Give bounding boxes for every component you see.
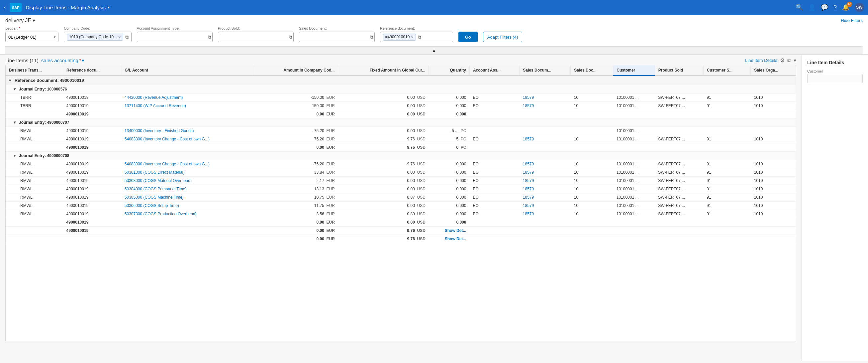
ledger-select[interactable]: 0L (Ledger 0L) bbox=[5, 32, 59, 42]
company-code-filter: Company Code: 1010 (Company Code 10... ×… bbox=[64, 26, 131, 42]
journal-expand-icon-3[interactable]: ▾ bbox=[13, 153, 16, 158]
gl-link[interactable]: 13711400 (WIP Accrued Revenue) bbox=[125, 104, 186, 108]
group-expand-icon[interactable]: ▾ bbox=[9, 78, 11, 83]
line-item-details-button[interactable]: Line Item Details bbox=[745, 58, 777, 63]
table-row: TBRR 4900010019 13711400 (WIP Accrued Re… bbox=[6, 102, 796, 110]
table-row: RMWL 4900010019 54083000 (Inventory Chan… bbox=[6, 135, 796, 143]
col-business-trans[interactable]: Business Trans... bbox=[6, 65, 63, 76]
back-button[interactable]: ‹ bbox=[4, 4, 6, 10]
line-items-title: Line Items (11) sales accounting* ▾ bbox=[5, 58, 84, 63]
filters-row: Ledger: * 0L (Ledger 0L) ▾ Company Code:… bbox=[5, 26, 863, 46]
col-amount[interactable]: Amount in Company Cod... bbox=[254, 65, 338, 76]
help-icon[interactable]: ? bbox=[833, 4, 837, 11]
sales-doc-link[interactable]: 18579 bbox=[523, 137, 534, 141]
table-settings-button[interactable]: ⚙ bbox=[780, 57, 785, 63]
gl-link[interactable]: 44420000 (Revenue Adjustment) bbox=[125, 95, 183, 100]
gl-link[interactable]: 50307000 (COGS Production Overhead) bbox=[125, 212, 197, 216]
account-assignment-input[interactable] bbox=[137, 32, 213, 42]
sales-doc-link[interactable]: 18579 bbox=[523, 212, 534, 216]
notifications-icon[interactable]: 🔔 10 bbox=[842, 4, 849, 11]
col-sales-docum[interactable]: Sales Docum... bbox=[520, 65, 571, 76]
main-layout: Line Items (11) sales accounting* ▾ Line… bbox=[0, 55, 868, 361]
reference-document-input[interactable]: =4900010019 × ⧉ bbox=[380, 32, 453, 42]
col-fixed-amount[interactable]: Fixed Amount in Global Cur... bbox=[338, 65, 429, 76]
user-icon[interactable]: 👤 bbox=[808, 4, 815, 11]
col-customer[interactable]: Customer bbox=[613, 65, 655, 76]
product-sold-wrapper: ⧉ bbox=[218, 32, 293, 42]
line-items-actions: Line Item Details ⚙ ⧉ ▾ bbox=[745, 57, 796, 63]
gl-link[interactable]: 54083000 (Inventory Change - Cost of own… bbox=[125, 137, 210, 141]
sales-doc-link[interactable]: 18579 bbox=[523, 187, 534, 191]
col-quantity[interactable]: Quantity bbox=[429, 65, 470, 76]
sales-doc-link[interactable]: 18579 bbox=[523, 95, 534, 100]
gl-link[interactable]: 50303000 (COGS Material Overhead) bbox=[125, 178, 192, 183]
sales-doc-link[interactable]: 18579 bbox=[523, 162, 534, 166]
product-sold-input[interactable] bbox=[218, 32, 293, 42]
reference-document-remove[interactable]: × bbox=[411, 35, 413, 39]
hide-filters-button[interactable]: Hide Filters bbox=[841, 18, 863, 23]
col-account-ass[interactable]: Account Ass... bbox=[469, 65, 519, 76]
table-expand-button[interactable]: ▾ bbox=[794, 57, 796, 63]
account-assignment-filter: Account Assignment Type: ⧉ bbox=[137, 26, 213, 42]
col-reference-doc[interactable]: Reference docu... bbox=[63, 65, 121, 76]
sales-doc-link[interactable]: 18579 bbox=[523, 195, 534, 200]
sales-doc-link[interactable]: 18579 bbox=[523, 203, 534, 208]
side-panel-customer-value bbox=[807, 74, 863, 83]
subtotal-row-3a: 4900010019 0.00 EUR 0.00 USD 0.000 bbox=[6, 218, 796, 227]
company-code-expand-btn[interactable]: ⧉ bbox=[125, 34, 129, 40]
table-row: RMWL 4900010019 50307000 (COGS Productio… bbox=[6, 210, 796, 218]
go-button[interactable]: Go bbox=[458, 32, 478, 42]
gl-link[interactable]: 13400000 (Inventory - Finished Goods) bbox=[125, 129, 194, 133]
svg-text:SAP: SAP bbox=[12, 6, 20, 10]
journal-row-2: ▾ Journal Entry: 4900000707 bbox=[6, 118, 796, 127]
search-icon[interactable]: 🔍 bbox=[796, 4, 803, 11]
col-product-sold[interactable]: Product Sold bbox=[655, 65, 703, 76]
collapse-filters-button[interactable]: ▲ bbox=[5, 46, 863, 54]
product-sold-expand-btn[interactable]: ⧉ bbox=[289, 34, 292, 40]
journal-expand-icon-2[interactable]: ▾ bbox=[13, 120, 16, 125]
col-sales-doc[interactable]: Sales Doc... bbox=[571, 65, 613, 76]
company-code-remove[interactable]: × bbox=[118, 35, 121, 39]
gl-link[interactable]: 50304000 (COGS Personnel Time) bbox=[125, 187, 187, 191]
gl-link[interactable]: 50305000 (COGS Machine Time) bbox=[125, 195, 184, 200]
table-row: RMWL 4900010019 13400000 (Inventory - Fi… bbox=[6, 127, 796, 135]
table-row: RMWL 4900010019 50303000 (COGS Material … bbox=[6, 177, 796, 185]
sales-doc-link[interactable]: 18579 bbox=[523, 178, 534, 183]
show-details-link-2[interactable]: Show Det... bbox=[445, 236, 466, 241]
chat-icon[interactable]: 💬 bbox=[821, 4, 828, 11]
sales-doc-link[interactable]: 18579 bbox=[523, 170, 534, 175]
reference-document-expand-btn[interactable]: ⧉ bbox=[418, 34, 421, 40]
table-copy-button[interactable]: ⧉ bbox=[787, 58, 791, 63]
col-sales-orga[interactable]: Sales Orga... bbox=[751, 65, 796, 76]
sales-document-expand-btn[interactable]: ⧉ bbox=[370, 34, 373, 40]
avatar[interactable]: SW bbox=[855, 3, 864, 12]
data-table-container[interactable]: Business Trans... Reference docu... G/L … bbox=[5, 65, 796, 341]
sales-document-label: Sales Document: bbox=[299, 26, 375, 30]
sales-doc-link[interactable]: 18579 bbox=[523, 104, 534, 108]
subtotal-row-2: 4900010019 0.00 EUR 9.76 USD 0 PC bbox=[6, 143, 796, 152]
delivery-dropdown-icon: ▾ bbox=[33, 17, 35, 24]
col-customer-s[interactable]: Customer S... bbox=[703, 65, 750, 76]
journal-row-3: ▾ Journal Entry: 4900000708 bbox=[6, 152, 796, 160]
sap-logo: SAP bbox=[10, 3, 22, 12]
gl-link[interactable]: 54083000 (Inventory Change - Cost of own… bbox=[125, 162, 210, 166]
adapt-filters-button[interactable]: Adapt Filters (4) bbox=[483, 32, 522, 42]
show-details-link-1[interactable]: Show Det... bbox=[445, 228, 466, 233]
table-row: RMWL 4900010019 54083000 (Inventory Chan… bbox=[6, 160, 796, 168]
view-name[interactable]: sales accounting* ▾ bbox=[41, 58, 84, 63]
journal-expand-icon-1[interactable]: ▾ bbox=[13, 87, 16, 91]
gl-link[interactable]: 50301000 (COGS Direct Material) bbox=[125, 170, 185, 175]
account-assignment-label: Account Assignment Type: bbox=[137, 26, 213, 30]
table-row: RMWL 4900010019 50305000 (COGS Machine T… bbox=[6, 193, 796, 202]
account-assignment-expand-btn[interactable]: ⧉ bbox=[208, 34, 211, 40]
delivery-title[interactable]: delivery JE ▾ bbox=[5, 17, 35, 24]
title-dropdown-icon[interactable]: ▾ bbox=[107, 5, 110, 10]
product-sold-filter: Product Sold: ⧉ bbox=[218, 26, 293, 42]
gl-link[interactable]: 50306000 (COGS Setup Time) bbox=[125, 203, 179, 208]
col-gl-account[interactable]: G/L Account bbox=[121, 65, 254, 76]
sales-document-input[interactable] bbox=[299, 32, 375, 42]
company-code-input[interactable]: 1010 (Company Code 10... × ⧉ bbox=[64, 32, 131, 42]
side-panel-customer-label: Customer bbox=[807, 69, 863, 73]
account-assignment-wrapper: ⧉ bbox=[137, 32, 213, 42]
side-panel-title: Line Item Details bbox=[807, 60, 863, 65]
